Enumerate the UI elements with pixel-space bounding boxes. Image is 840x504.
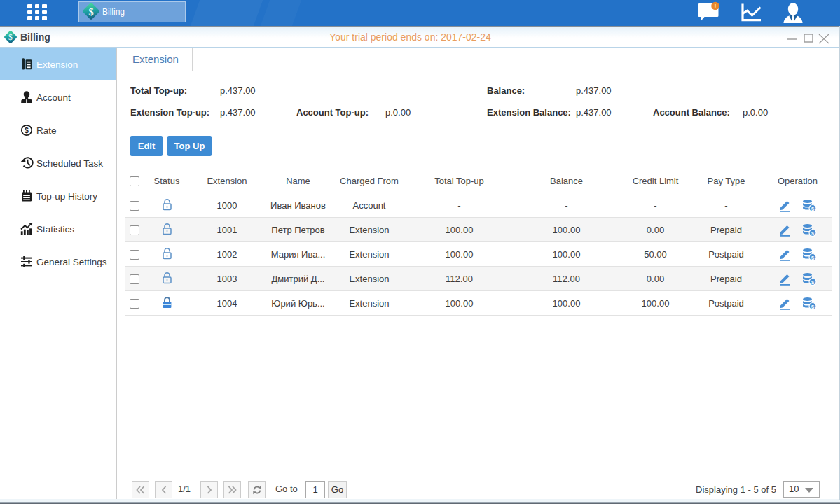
svg-text:!: ! (715, 3, 717, 10)
svg-text:$: $ (88, 6, 94, 18)
svg-text:$: $ (25, 126, 29, 134)
